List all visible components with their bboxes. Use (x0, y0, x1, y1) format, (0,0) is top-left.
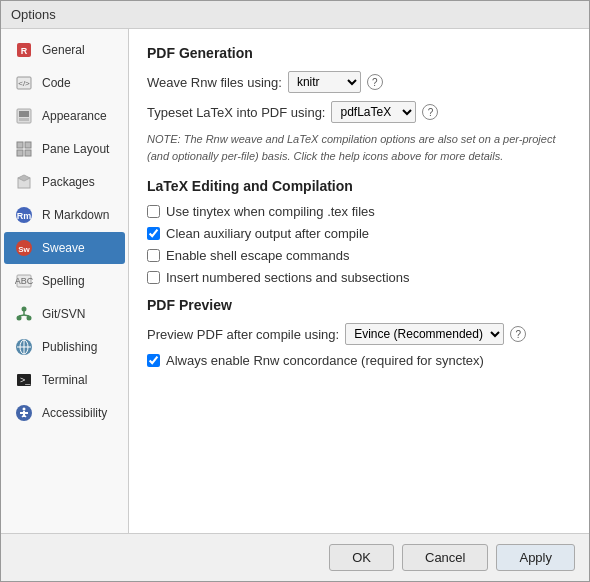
preview-row: Preview PDF after compile using: Evince … (147, 323, 571, 345)
svg-rect-9 (17, 150, 23, 156)
weave-row: Weave Rnw files using: knitr Sweave ? (147, 71, 571, 93)
svg-line-24 (24, 315, 29, 316)
typeset-select[interactable]: pdfLaTeX XeLaTeX LuaLaTeX (331, 101, 416, 123)
spelling-icon: ABC (14, 271, 34, 291)
accessibility-icon (14, 403, 34, 423)
concordance-checkbox[interactable] (147, 354, 160, 367)
clean-aux-label: Clean auxiliary output after compile (166, 226, 369, 241)
sidebar-item-sweave[interactable]: Sw Sweave (4, 232, 125, 264)
shell-escape-checkbox[interactable] (147, 249, 160, 262)
content-area: R General </> Code Appearance (1, 29, 589, 533)
svg-text:</>: </> (18, 79, 30, 88)
svg-text:ABC: ABC (15, 276, 33, 286)
publishing-icon (14, 337, 34, 357)
svg-text:>_: >_ (20, 375, 31, 385)
clean-aux-checkbox[interactable] (147, 227, 160, 240)
ok-button[interactable]: OK (329, 544, 394, 571)
main-content: PDF Generation Weave Rnw files using: kn… (129, 29, 589, 533)
latex-editing-title: LaTeX Editing and Compilation (147, 178, 571, 194)
sidebar-item-appearance[interactable]: Appearance (4, 100, 125, 132)
sidebar-label-publishing: Publishing (42, 340, 97, 354)
sidebar-item-pane-layout[interactable]: Pane Layout (4, 133, 125, 165)
footer: OK Cancel Apply (1, 533, 589, 581)
numbered-sections-checkbox[interactable] (147, 271, 160, 284)
sidebar-item-code[interactable]: </> Code (4, 67, 125, 99)
svg-text:Sw: Sw (18, 245, 30, 254)
cancel-button[interactable]: Cancel (402, 544, 488, 571)
preview-label: Preview PDF after compile using: (147, 327, 339, 342)
svg-rect-10 (25, 150, 31, 156)
sidebar-label-code: Code (42, 76, 71, 90)
sidebar-item-r-markdown[interactable]: Rm R Markdown (4, 199, 125, 231)
svg-rect-5 (19, 111, 29, 117)
weave-help-icon[interactable]: ? (367, 74, 383, 90)
sidebar-label-terminal: Terminal (42, 373, 87, 387)
weave-select[interactable]: knitr Sweave (288, 71, 361, 93)
svg-rect-7 (17, 142, 23, 148)
sidebar-label-general: General (42, 43, 85, 57)
concordance-label: Always enable Rnw concordance (required … (166, 353, 484, 368)
terminal-icon: >_ (14, 370, 34, 390)
svg-point-19 (22, 307, 27, 312)
sidebar-label-accessibility: Accessibility (42, 406, 107, 420)
weave-label: Weave Rnw files using: (147, 75, 282, 90)
appearance-icon (14, 106, 34, 126)
typeset-label: Typeset LaTeX into PDF using: (147, 105, 325, 120)
sidebar-label-appearance: Appearance (42, 109, 107, 123)
pane-layout-icon (14, 139, 34, 159)
pdf-preview-title: PDF Preview (147, 297, 571, 313)
options-window: Options R General </> Code (0, 0, 590, 582)
sidebar-item-accessibility[interactable]: Accessibility (4, 397, 125, 429)
sidebar: R General </> Code Appearance (1, 29, 129, 533)
titlebar: Options (1, 1, 589, 29)
concordance-row: Always enable Rnw concordance (required … (147, 353, 571, 368)
typeset-help-icon[interactable]: ? (422, 104, 438, 120)
svg-text:Rm: Rm (17, 211, 32, 221)
typeset-row: Typeset LaTeX into PDF using: pdfLaTeX X… (147, 101, 571, 123)
pdf-generation-title: PDF Generation (147, 45, 571, 61)
sidebar-label-sweave: Sweave (42, 241, 85, 255)
use-tinytex-checkbox[interactable] (147, 205, 160, 218)
numbered-sections-row: Insert numbered sections and subsections (147, 270, 571, 285)
r-markdown-icon: Rm (14, 205, 34, 225)
sweave-icon: Sw (14, 238, 34, 258)
packages-icon (14, 172, 34, 192)
sidebar-label-git-svn: Git/SVN (42, 307, 85, 321)
sidebar-item-packages[interactable]: Packages (4, 166, 125, 198)
window-title: Options (11, 7, 56, 22)
use-tinytex-label: Use tinytex when compiling .tex files (166, 204, 375, 219)
sidebar-item-git-svn[interactable]: Git/SVN (4, 298, 125, 330)
svg-point-32 (23, 408, 26, 411)
sidebar-label-packages: Packages (42, 175, 95, 189)
sidebar-label-r-markdown: R Markdown (42, 208, 109, 222)
shell-escape-row: Enable shell escape commands (147, 248, 571, 263)
sidebar-label-pane-layout: Pane Layout (42, 142, 109, 156)
sidebar-item-publishing[interactable]: Publishing (4, 331, 125, 363)
preview-help-icon[interactable]: ? (510, 326, 526, 342)
svg-text:R: R (21, 46, 28, 56)
sidebar-item-spelling[interactable]: ABC Spelling (4, 265, 125, 297)
sidebar-label-spelling: Spelling (42, 274, 85, 288)
sidebar-item-terminal[interactable]: >_ Terminal (4, 364, 125, 396)
note-text: NOTE: The Rnw weave and LaTeX compilatio… (147, 131, 571, 164)
numbered-sections-label: Insert numbered sections and subsections (166, 270, 410, 285)
git-svn-icon (14, 304, 34, 324)
general-icon: R (14, 40, 34, 60)
shell-escape-label: Enable shell escape commands (166, 248, 350, 263)
use-tinytex-row: Use tinytex when compiling .tex files (147, 204, 571, 219)
preview-select[interactable]: Evince (Recommended) None Rstudio Viewer (345, 323, 504, 345)
apply-button[interactable]: Apply (496, 544, 575, 571)
svg-rect-8 (25, 142, 31, 148)
svg-line-23 (19, 315, 24, 316)
code-icon: </> (14, 73, 34, 93)
svg-rect-6 (19, 118, 29, 121)
sidebar-item-general[interactable]: R General (4, 34, 125, 66)
clean-aux-row: Clean auxiliary output after compile (147, 226, 571, 241)
